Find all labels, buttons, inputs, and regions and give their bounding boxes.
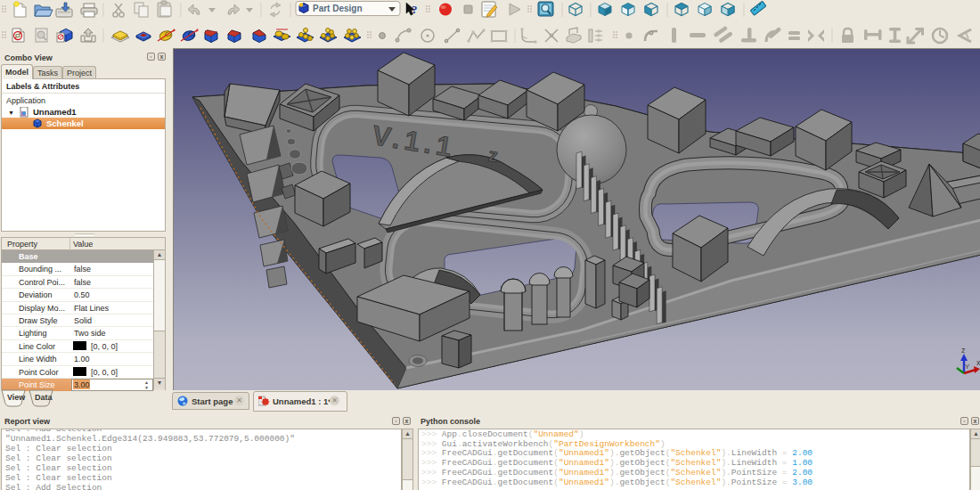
svg-text:Y: Y	[965, 363, 970, 371]
svg-text:Part Design: Part Design	[313, 4, 363, 13]
svg-text:x: x	[976, 358, 980, 367]
svg-text:?: ?	[412, 3, 418, 16]
svg-text:z: z	[961, 346, 966, 355]
svg-text:View: View	[7, 393, 26, 402]
svg-text:Data: Data	[35, 393, 53, 402]
